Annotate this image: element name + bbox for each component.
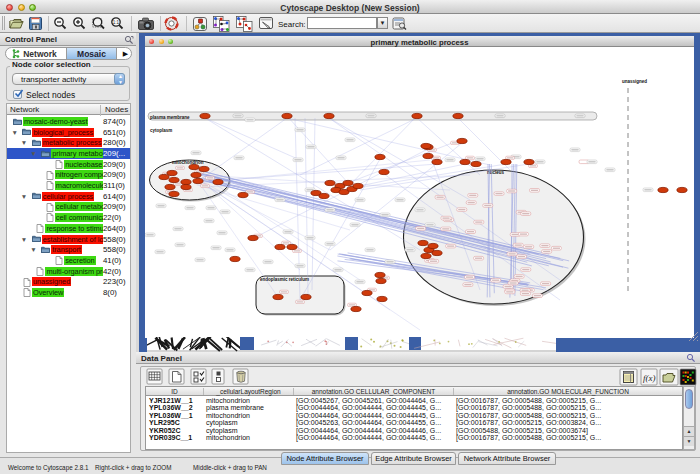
svg-text:cytoplasm: cytoplasm xyxy=(150,128,172,133)
svg-text:f(x): f(x) xyxy=(643,373,656,383)
svg-text:1:1: 1:1 xyxy=(113,20,120,25)
svg-text:mitochondrion: mitochondrion xyxy=(172,160,204,165)
svg-text:plasma membrane: plasma membrane xyxy=(150,115,190,120)
svg-text:unassigned: unassigned xyxy=(622,79,647,84)
